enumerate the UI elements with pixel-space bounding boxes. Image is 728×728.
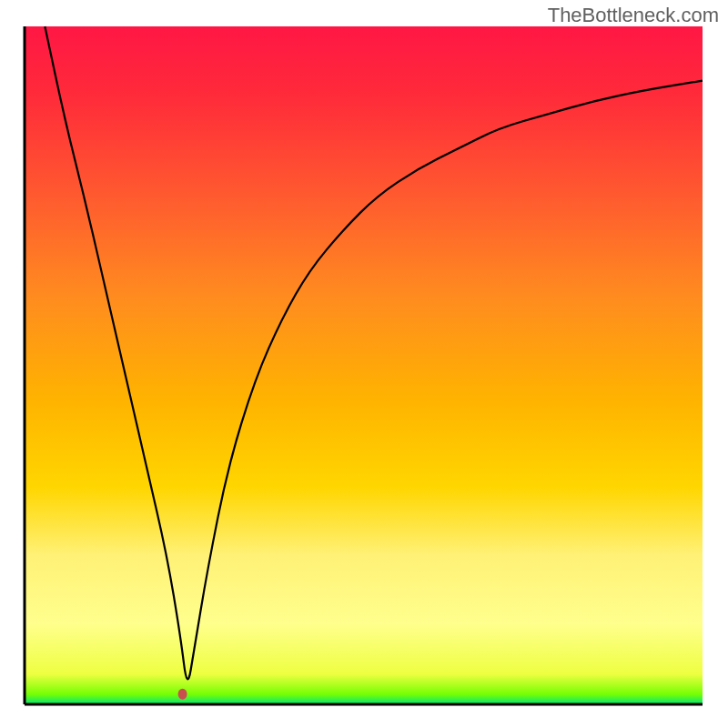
minimum-marker (178, 689, 187, 700)
chart-container: TheBottleneck.com (0, 0, 728, 728)
plot-background (25, 26, 703, 704)
bottleneck-chart (0, 0, 728, 728)
watermark-text: TheBottleneck.com (548, 4, 719, 27)
